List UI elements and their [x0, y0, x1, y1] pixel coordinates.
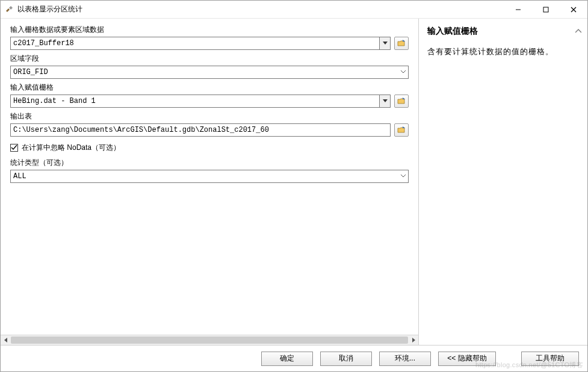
svg-marker-5 [383, 99, 388, 102]
stat-type-combo[interactable]: ALL [10, 170, 409, 183]
dialog-title: 以表格显示分区统计 [17, 4, 82, 14]
maximize-button[interactable] [532, 1, 560, 19]
hide-help-button[interactable]: << 隐藏帮助 [438, 352, 496, 366]
ignore-nodata-label: 在计算中忽略 NoData（可选） [22, 143, 120, 153]
chevron-down-icon[interactable] [379, 37, 390, 49]
content-area: 输入栅格数据或要素区域数据 c2017_Buffer18 [1, 19, 587, 345]
field-input-raster: 输入栅格数据或要素区域数据 c2017_Buffer18 [10, 25, 409, 50]
tool-help-button[interactable]: 工具帮助 [521, 352, 579, 366]
field-zone-field: 区域字段 ORIG_FID [10, 54, 409, 79]
chevron-down-icon[interactable] [379, 95, 390, 107]
input-raster-value: c2017_Buffer18 [11, 39, 379, 48]
checkmark-icon [11, 144, 17, 151]
scrollbar-thumb[interactable] [11, 336, 408, 344]
horizontal-scrollbar[interactable] [1, 335, 418, 345]
dialog-window: 以表格显示分区统计 输入栅格数据或要素区域数据 [0, 0, 588, 372]
svg-marker-4 [383, 42, 388, 45]
field-output-table: 输出表 C:\Users\zang\Documents\ArcGIS\Defau… [10, 111, 409, 137]
collapse-help-icon[interactable] [575, 27, 581, 36]
minimize-button[interactable] [504, 1, 532, 19]
output-table-input[interactable]: C:\Users\zang\Documents\ArcGIS\Default.g… [10, 123, 391, 137]
output-table-label: 输出表 [10, 111, 409, 122]
form-scroll: 输入栅格数据或要素区域数据 c2017_Buffer18 [1, 19, 418, 335]
folder-open-icon [397, 126, 406, 134]
output-table-value: C:\Users\zang\Documents\ArcGIS\Default.g… [11, 126, 390, 134]
folder-open-icon [397, 98, 406, 105]
field-value-raster: 输入赋值栅格 HeBing.dat - Band 1 [10, 82, 409, 108]
form-pane: 输入栅格数据或要素区域数据 c2017_Buffer18 [1, 19, 419, 345]
dialog-footer: 确定 取消 环境... << 隐藏帮助 工具帮助 [1, 345, 587, 371]
ok-button[interactable]: 确定 [261, 352, 313, 366]
input-raster-label: 输入栅格数据或要素区域数据 [10, 25, 409, 35]
zone-field-combo[interactable]: ORIG_FID [10, 66, 409, 79]
svg-marker-7 [412, 338, 415, 343]
scroll-right-icon[interactable] [408, 335, 418, 345]
zone-field-label: 区域字段 [10, 54, 409, 64]
svg-line-2 [571, 7, 576, 12]
chevron-down-icon[interactable] [398, 66, 408, 78]
ignore-nodata-row[interactable]: 在计算中忽略 NoData（可选） [10, 143, 409, 153]
zone-field-value: ORIG_FID [11, 68, 398, 76]
chevron-down-icon[interactable] [398, 170, 408, 182]
svg-marker-6 [4, 338, 7, 343]
value-raster-label: 输入赋值栅格 [10, 82, 409, 93]
help-pane: 输入赋值栅格 含有要计算统计数据的值的栅格。 [419, 19, 587, 345]
hammer-icon [4, 5, 14, 14]
ignore-nodata-checkbox[interactable] [10, 144, 18, 152]
environments-button[interactable]: 环境... [379, 352, 431, 366]
field-stat-type: 统计类型（可选） ALL [10, 158, 409, 183]
input-raster-combo[interactable]: c2017_Buffer18 [10, 37, 391, 50]
scrollbar-track[interactable] [11, 335, 408, 345]
scroll-left-icon[interactable] [1, 335, 11, 345]
folder-open-icon [397, 40, 406, 47]
input-raster-browse-button[interactable] [394, 37, 409, 50]
help-body: 含有要计算统计数据的值的栅格。 [427, 45, 578, 58]
close-button[interactable] [560, 1, 587, 19]
svg-rect-1 [543, 7, 548, 12]
output-table-browse-button[interactable] [394, 123, 409, 137]
stat-type-value: ALL [11, 172, 398, 181]
value-raster-combo[interactable]: HeBing.dat - Band 1 [10, 95, 391, 108]
svg-line-3 [571, 7, 576, 12]
cancel-button[interactable]: 取消 [320, 352, 372, 366]
value-raster-browse-button[interactable] [394, 95, 409, 108]
help-title: 输入赋值栅格 [427, 26, 578, 37]
stat-type-label: 统计类型（可选） [10, 158, 409, 168]
value-raster-value: HeBing.dat - Band 1 [11, 97, 379, 105]
titlebar: 以表格显示分区统计 [1, 1, 587, 19]
